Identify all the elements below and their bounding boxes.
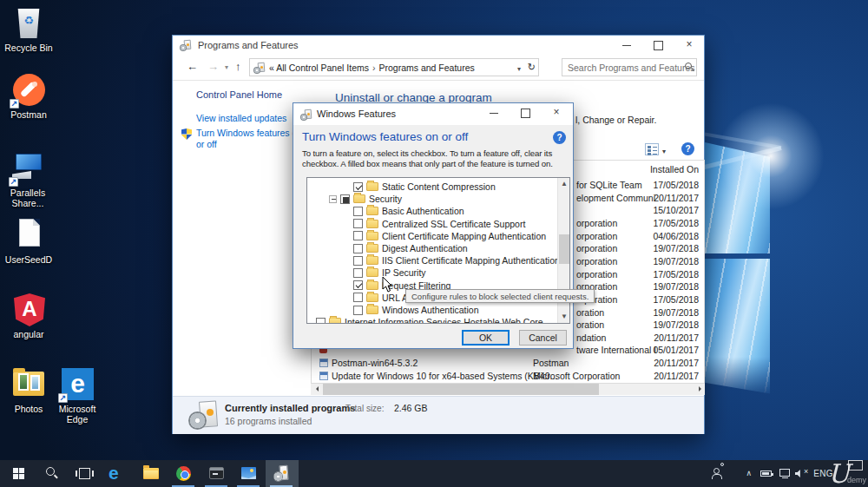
feature-checkbox[interactable] — [353, 231, 363, 240]
scroll-down-icon[interactable]: ▼ — [558, 311, 570, 323]
status-panel: Currently installed programs Total size:… — [173, 396, 704, 434]
feature-row[interactable]: Basic Authentication — [307, 205, 569, 217]
change-view-icon[interactable] — [645, 143, 659, 155]
back-button[interactable]: ← — [187, 60, 198, 73]
scroll-up-icon[interactable]: ▲ — [558, 178, 570, 190]
feature-row[interactable]: Windows Authentication — [307, 304, 569, 316]
collapse-icon[interactable] — [329, 195, 337, 203]
dialog-close-button[interactable]: × — [543, 103, 569, 122]
taskbar-task-view-button[interactable] — [69, 460, 101, 487]
program-icon — [319, 372, 328, 380]
feature-checkbox[interactable] — [316, 318, 326, 324]
taskbar-parallels-button[interactable] — [233, 460, 264, 487]
window-titlebar[interactable]: Programs and Features × — [173, 36, 704, 55]
program-installed-on: 19/07/2018 — [653, 243, 699, 253]
desktop-icon-angular[interactable]: Aangular — [3, 293, 54, 339]
breadcrumb[interactable]: « All Control Panel Items›Programs and F… — [269, 63, 475, 73]
ok-button[interactable]: OK — [462, 330, 510, 346]
windows-features-dialog: Windows Features × Turn Windows features… — [293, 102, 574, 349]
battery-icon[interactable] — [760, 460, 774, 487]
dialog-titlebar[interactable]: Windows Features × — [293, 103, 573, 125]
language-indicator[interactable]: ENG — [813, 460, 833, 487]
scrollbar-thumb[interactable] — [323, 384, 599, 395]
horizontal-scrollbar[interactable] — [311, 384, 705, 395]
scroll-right-icon[interactable] — [694, 384, 705, 395]
feature-checkbox[interactable] — [353, 268, 363, 278]
feature-checkbox[interactable] — [340, 194, 350, 204]
feature-checkbox[interactable] — [353, 256, 363, 266]
desktop-icon-label: angular — [3, 329, 54, 339]
feature-row[interactable]: IIS Client Certificate Mapping Authentic… — [307, 254, 569, 267]
sidebar-item-control-panel-home[interactable]: Control Panel Home — [196, 89, 282, 100]
feature-checkbox[interactable] — [353, 293, 363, 302]
total-size-value: 2.46 GB — [394, 403, 428, 413]
feature-row[interactable]: Internet Information Services Hostable W… — [307, 316, 569, 324]
dialog-help-icon[interactable]: ? — [553, 131, 566, 144]
feature-checkbox[interactable] — [353, 280, 363, 290]
feature-checkbox[interactable] — [353, 244, 363, 253]
minimize-button[interactable] — [614, 36, 640, 55]
feature-row[interactable]: Centralized SSL Certificate Support — [307, 218, 569, 230]
desktop-icon-label: Parallels Share... — [3, 188, 53, 208]
window-title: Programs and Features — [198, 40, 299, 50]
hidden-icons-chevron-icon[interactable]: ∧ — [746, 460, 752, 487]
taskbar-terminal-button[interactable] — [201, 460, 232, 487]
taskbar-edge-button[interactable]: e — [102, 460, 134, 487]
help-icon[interactable]: ? — [681, 142, 694, 155]
people-icon[interactable] — [712, 460, 727, 487]
program-installed-on: 17/05/2018 — [653, 269, 699, 280]
sidebar-link-view-installed-updates[interactable]: View installed updates — [196, 113, 286, 123]
column-header-installed-on[interactable]: Installed On — [650, 164, 699, 174]
desktop-icon-document[interactable]: UserSeedD — [3, 219, 54, 265]
feature-row[interactable]: Digest Authentication — [307, 242, 569, 254]
taskbar-start-button[interactable] — [3, 460, 35, 487]
tree-scrollbar-thumb[interactable] — [559, 234, 569, 264]
taskbar-windows-features-button[interactable] — [266, 460, 299, 487]
dialog-minimize-button[interactable] — [481, 103, 507, 122]
feature-checkbox[interactable] — [353, 306, 363, 315]
program-row[interactable]: Update for Windows 10 for x64-based Syst… — [312, 369, 704, 382]
scroll-left-icon[interactable] — [311, 384, 322, 395]
search-input[interactable]: Search Programs and Features — [562, 58, 697, 76]
view-dropdown-icon[interactable]: ▾ — [662, 148, 666, 155]
address-bar[interactable]: « All Control Panel Items›Programs and F… — [249, 58, 539, 76]
cancel-button[interactable]: Cancel — [519, 330, 567, 346]
feature-checkbox[interactable] — [353, 182, 363, 192]
taskbar-chrome-button[interactable] — [168, 460, 199, 487]
taskbar-search-button[interactable] — [36, 460, 68, 487]
search-icon[interactable] — [685, 63, 692, 69]
folder-icon — [353, 194, 365, 203]
close-button[interactable]: × — [676, 36, 702, 55]
feature-row[interactable]: Client Certificate Mapping Authenticatio… — [307, 230, 569, 242]
desktop-icon-postman[interactable]: ↗Postman — [3, 74, 54, 120]
program-publisher: oration — [576, 307, 604, 318]
address-dropdown-icon[interactable]: ▾ — [517, 65, 521, 73]
desktop-icon-label: UserSeedD — [3, 254, 54, 265]
program-row[interactable]: Postman-win64-5.3.2Postman20/11/2017 — [312, 356, 704, 369]
address-icon — [253, 63, 265, 74]
up-button[interactable]: ↑ — [235, 60, 241, 73]
dialog-maximize-button[interactable] — [512, 103, 538, 122]
taskbar-file-explorer-button[interactable] — [135, 460, 167, 487]
desktop-icon-parallels[interactable]: ↗Parallels Share... — [3, 152, 53, 208]
desktop-icon-recycle-bin[interactable]: ♻Recycle Bin — [3, 7, 54, 53]
feature-label: Security — [369, 194, 402, 204]
volume-muted-icon[interactable]: × — [795, 460, 811, 487]
feature-checkbox[interactable] — [353, 207, 363, 216]
feature-checkbox[interactable] — [353, 219, 363, 228]
desktop-icon-edge[interactable]: e↗Microsoft Edge — [52, 368, 102, 424]
feature-row[interactable]: Static Content Compression — [307, 181, 569, 193]
network-icon[interactable] — [779, 460, 792, 487]
forward-button[interactable]: → — [207, 60, 219, 73]
feature-label: Client Certificate Mapping Authenticatio… — [382, 231, 546, 241]
history-chevron-icon[interactable]: ▾ — [225, 63, 228, 71]
feature-row[interactable]: Security — [307, 193, 569, 205]
desktop-icon-photos[interactable]: Photos — [3, 368, 54, 414]
maximize-button[interactable] — [645, 36, 671, 55]
folder-icon — [366, 293, 378, 302]
uninstall-hint-text: l, Change or Repair. — [575, 115, 656, 125]
refresh-icon[interactable]: ↻ — [528, 62, 536, 73]
program-name: Postman-win64-5.3.2 — [332, 358, 418, 368]
programs-count: 16 programs installed — [225, 416, 312, 426]
feature-row[interactable]: IP Security — [307, 267, 569, 279]
